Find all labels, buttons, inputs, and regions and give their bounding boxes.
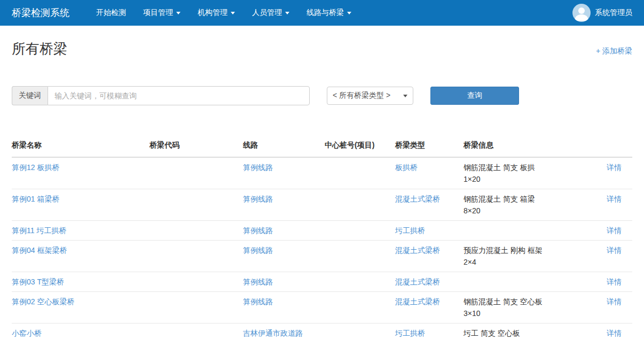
line-link[interactable]: 算例线路 (243, 297, 273, 306)
page-title: 所有桥梁 (12, 40, 67, 58)
bridge-info-cell: 钢筋混凝土 简支 箱梁8×20 (464, 189, 605, 221)
col-header-bridge-name: 桥梁名称 (12, 137, 150, 157)
nav-item-label: 项目管理 (143, 8, 173, 18)
bridge-code-cell (150, 221, 243, 241)
nav-item-label: 机构管理 (198, 8, 227, 18)
nav-item-label: 人员管理 (252, 8, 282, 18)
line-link[interactable]: 吉林伊通市政道路 (243, 329, 303, 337)
bridge-name-link[interactable]: 算例12 板拱桥 (12, 163, 59, 172)
bridge-info-line: 钢筋混凝土 简支 板拱 (464, 161, 601, 173)
navbar: 桥梁检测系统 开始检测 项目管理 机构管理 人员管理 线路与桥梁 系统管理 (0, 0, 644, 26)
bridge-name-link[interactable]: 算例04 框架梁桥 (12, 246, 67, 255)
bridge-name-link[interactable]: 算例02 空心板梁桥 (12, 297, 74, 306)
bridge-info-line: 钢筋混凝土 简支 空心板 (464, 296, 601, 307)
bridge-info-cell: 钢筋混凝土 简支 空心板3×10 (464, 292, 605, 323)
bridge-info-cell: 钢筋混凝土 简支 板拱1×20 (464, 157, 605, 189)
bridge-name-link[interactable]: 小窑小桥 (12, 329, 42, 337)
detail-link[interactable]: 详情 (607, 297, 622, 306)
center-station-cell (325, 241, 395, 272)
bridge-type-link[interactable]: 混凝土式梁桥 (395, 195, 440, 203)
app-brand[interactable]: 桥梁检测系统 (12, 6, 69, 19)
table-row: 算例03 T型梁桥 算例线路 混凝土式梁桥 详情 (12, 272, 632, 292)
bridge-code-cell (150, 241, 243, 272)
user-avatar-icon (572, 4, 591, 22)
col-header-center-station: 中心桩号(项目) (325, 137, 395, 157)
add-bridge-link[interactable]: + 添加桥梁 (596, 47, 632, 56)
bridge-info-cell (464, 272, 605, 292)
chevron-down-icon (347, 12, 351, 14)
center-station-cell (325, 221, 395, 241)
keyword-input[interactable] (48, 86, 310, 105)
chevron-down-icon (285, 12, 289, 14)
bridge-name-link[interactable]: 算例03 T型梁桥 (12, 278, 64, 286)
bridge-type-select[interactable]: < 所有桥梁类型 > (327, 87, 413, 105)
nav-item-organization-management[interactable]: 机构管理 (189, 0, 244, 26)
table-row: 算例02 空心板梁桥 算例线路 混凝土式梁桥 钢筋混凝土 简支 空心板3×10 … (12, 292, 632, 323)
nav-item-label: 开始检测 (96, 8, 126, 18)
user-menu[interactable]: 系统管理员 (572, 4, 632, 22)
user-name: 系统管理员 (595, 8, 632, 18)
chevron-down-icon (231, 12, 235, 14)
bridge-info-line: 8×20 (464, 205, 601, 217)
nav-item-project-management[interactable]: 项目管理 (135, 0, 189, 26)
col-header-bridge-code: 桥梁代码 (150, 137, 243, 157)
bridge-type-link[interactable]: 板拱桥 (395, 163, 418, 172)
keyword-input-group: 关键词 (12, 86, 310, 105)
detail-link[interactable]: 详情 (607, 163, 622, 172)
bridge-type-link[interactable]: 混凝土式梁桥 (395, 246, 440, 255)
table-header-row: 桥梁名称 桥梁代码 线路 中心桩号(项目) 桥梁类型 桥梁信息 (12, 137, 632, 157)
center-station-cell (325, 157, 395, 189)
table-row: 小窑小桥 吉林伊通市政道路 圬工拱桥 圬工 简支 空心板 详情 (12, 323, 632, 339)
nav-menu: 开始检测 项目管理 机构管理 人员管理 线路与桥梁 (88, 0, 360, 26)
bridge-code-cell (150, 323, 243, 339)
center-station-cell (325, 323, 395, 339)
chevron-down-icon (403, 95, 407, 97)
detail-link[interactable]: 详情 (607, 329, 622, 337)
main-content: 所有桥梁 + 添加桥梁 关键词 < 所有桥梁类型 > 查询 桥梁名称 桥梁代码 … (0, 40, 644, 339)
col-header-line: 线路 (243, 137, 325, 157)
table-row: 算例12 板拱桥 算例线路 板拱桥 钢筋混凝土 简支 板拱1×20 详情 (12, 157, 632, 189)
bridge-info-line: 3×10 (464, 307, 601, 319)
bridge-info-line: 1×20 (464, 173, 601, 185)
query-button[interactable]: 查询 (430, 87, 519, 105)
center-station-cell (325, 189, 395, 221)
bridge-code-cell (150, 292, 243, 323)
bridge-type-link[interactable]: 圬工拱桥 (395, 226, 425, 235)
line-link[interactable]: 算例线路 (243, 278, 273, 286)
nav-item-start-inspection[interactable]: 开始检测 (88, 0, 135, 26)
bridge-info-cell: 圬工 简支 空心板 (464, 323, 605, 339)
bridge-info-line: 2×4 (464, 256, 601, 268)
table-row: 算例01 箱梁桥 算例线路 混凝土式梁桥 钢筋混凝土 简支 箱梁8×20 详情 (12, 189, 632, 221)
bridge-code-cell (150, 272, 243, 292)
detail-link[interactable]: 详情 (607, 278, 622, 286)
detail-link[interactable]: 详情 (607, 195, 622, 203)
bridge-type-link[interactable]: 混凝土式梁桥 (395, 297, 440, 306)
bridge-type-link[interactable]: 圬工拱桥 (395, 329, 425, 337)
table-row: 算例04 框架梁桥 算例线路 混凝土式梁桥 预应力混凝土 刚构 框架2×4 详情 (12, 241, 632, 272)
chevron-down-icon (176, 12, 180, 14)
line-link[interactable]: 算例线路 (243, 163, 273, 172)
bridge-type-select-value: < 所有桥梁类型 > (333, 91, 390, 101)
bridge-type-link[interactable]: 混凝土式梁桥 (395, 278, 440, 286)
col-header-actions (605, 137, 632, 157)
line-link[interactable]: 算例线路 (243, 226, 273, 235)
col-header-bridge-info: 桥梁信息 (464, 137, 605, 157)
center-station-cell (325, 292, 395, 323)
nav-item-personnel-management[interactable]: 人员管理 (244, 0, 298, 26)
detail-link[interactable]: 详情 (607, 226, 622, 235)
nav-item-lines-and-bridges[interactable]: 线路与桥梁 (298, 0, 360, 26)
bridge-code-cell (150, 157, 243, 189)
line-link[interactable]: 算例线路 (243, 246, 273, 255)
keyword-label: 关键词 (12, 86, 48, 105)
center-station-cell (325, 272, 395, 292)
search-bar: 关键词 < 所有桥梁类型 > 查询 (12, 86, 632, 105)
bridge-info-line: 钢筋混凝土 简支 箱梁 (464, 193, 601, 205)
bridge-info-line: 预应力混凝土 刚构 框架 (464, 244, 601, 256)
detail-link[interactable]: 详情 (607, 246, 622, 255)
line-link[interactable]: 算例线路 (243, 195, 273, 203)
nav-item-label: 线路与桥梁 (307, 8, 344, 18)
bridge-name-link[interactable]: 算例11 圬工拱桥 (12, 226, 66, 235)
bridge-info-line: 圬工 简支 空心板 (464, 327, 601, 339)
avatar (572, 4, 591, 22)
bridge-name-link[interactable]: 算例01 箱梁桥 (12, 195, 59, 203)
